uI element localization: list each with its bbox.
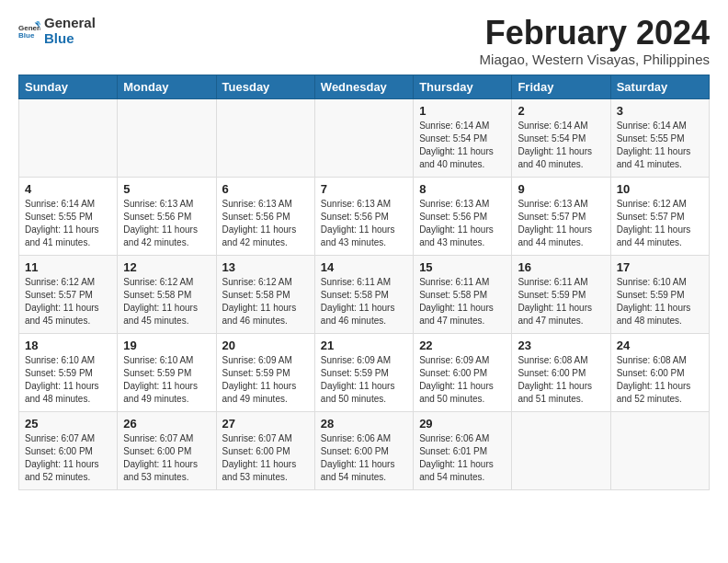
calendar-cell: 27Sunrise: 6:07 AM Sunset: 6:00 PM Dayli… <box>216 411 314 489</box>
calendar-cell: 22Sunrise: 6:09 AM Sunset: 6:00 PM Dayli… <box>414 333 512 411</box>
day-info: Sunrise: 6:08 AM Sunset: 6:00 PM Dayligh… <box>617 354 703 406</box>
location-subtitle: Miagao, Western Visayas, Philippines <box>480 52 710 67</box>
day-number: 3 <box>617 104 703 118</box>
header-thursday: Thursday <box>414 75 512 98</box>
day-info: Sunrise: 6:14 AM Sunset: 5:54 PM Dayligh… <box>419 120 506 171</box>
calendar-cell: 26Sunrise: 6:07 AM Sunset: 6:00 PM Dayli… <box>118 411 216 489</box>
day-info: Sunrise: 6:13 AM Sunset: 5:56 PM Dayligh… <box>123 198 210 249</box>
calendar-cell: 28Sunrise: 6:06 AM Sunset: 6:00 PM Dayli… <box>314 411 413 489</box>
day-number: 26 <box>123 417 210 431</box>
day-info: Sunrise: 6:11 AM Sunset: 5:59 PM Dayligh… <box>518 276 604 327</box>
day-number: 1 <box>419 104 506 118</box>
logo-icon: General Blue <box>18 21 40 40</box>
day-info: Sunrise: 6:09 AM Sunset: 5:59 PM Dayligh… <box>222 354 309 406</box>
calendar-cell: 16Sunrise: 6:11 AM Sunset: 5:59 PM Dayli… <box>512 255 610 333</box>
calendar-header: SundayMondayTuesdayWednesdayThursdayFrid… <box>19 75 710 98</box>
calendar-cell: 4Sunrise: 6:14 AM Sunset: 5:55 PM Daylig… <box>19 177 118 255</box>
day-info: Sunrise: 6:12 AM Sunset: 5:58 PM Dayligh… <box>123 276 210 327</box>
day-number: 5 <box>123 182 210 196</box>
calendar-table: SundayMondayTuesdayWednesdayThursdayFrid… <box>18 75 710 490</box>
calendar-cell: 20Sunrise: 6:09 AM Sunset: 5:59 PM Dayli… <box>216 333 314 411</box>
calendar-cell: 12Sunrise: 6:12 AM Sunset: 5:58 PM Dayli… <box>118 255 216 333</box>
header-wednesday: Wednesday <box>314 75 413 98</box>
day-info: Sunrise: 6:10 AM Sunset: 5:59 PM Dayligh… <box>617 276 703 327</box>
calendar-cell <box>610 411 709 489</box>
calendar-week-2: 4Sunrise: 6:14 AM Sunset: 5:55 PM Daylig… <box>19 177 710 255</box>
day-number: 11 <box>25 260 111 274</box>
day-number: 21 <box>321 339 407 352</box>
day-number: 8 <box>419 182 506 196</box>
day-number: 29 <box>419 417 506 431</box>
calendar-week-4: 18Sunrise: 6:10 AM Sunset: 5:59 PM Dayli… <box>19 333 710 411</box>
day-info: Sunrise: 6:09 AM Sunset: 5:59 PM Dayligh… <box>321 354 407 406</box>
day-number: 14 <box>321 260 407 274</box>
day-info: Sunrise: 6:06 AM Sunset: 6:00 PM Dayligh… <box>321 432 407 484</box>
calendar-cell: 21Sunrise: 6:09 AM Sunset: 5:59 PM Dayli… <box>314 333 413 411</box>
day-info: Sunrise: 6:11 AM Sunset: 5:58 PM Dayligh… <box>321 276 407 327</box>
day-number: 12 <box>123 260 210 274</box>
header-tuesday: Tuesday <box>216 75 314 98</box>
calendar-week-1: 1Sunrise: 6:14 AM Sunset: 5:54 PM Daylig… <box>19 98 710 177</box>
day-info: Sunrise: 6:07 AM Sunset: 6:00 PM Dayligh… <box>123 432 210 484</box>
day-number: 20 <box>222 339 309 352</box>
day-info: Sunrise: 6:13 AM Sunset: 5:56 PM Dayligh… <box>321 198 407 249</box>
calendar-cell: 17Sunrise: 6:10 AM Sunset: 5:59 PM Dayli… <box>610 255 709 333</box>
header-sunday: Sunday <box>19 75 118 98</box>
title-block: February 2024 Miagao, Western Visayas, P… <box>480 15 710 67</box>
day-number: 2 <box>518 104 604 118</box>
day-info: Sunrise: 6:13 AM Sunset: 5:57 PM Dayligh… <box>518 198 604 249</box>
calendar-cell: 23Sunrise: 6:08 AM Sunset: 6:00 PM Dayli… <box>512 333 610 411</box>
day-number: 16 <box>518 260 604 274</box>
day-info: Sunrise: 6:07 AM Sunset: 6:00 PM Dayligh… <box>222 432 309 484</box>
day-number: 7 <box>321 182 407 196</box>
day-info: Sunrise: 6:12 AM Sunset: 5:58 PM Dayligh… <box>222 276 309 327</box>
day-number: 22 <box>419 339 506 352</box>
header-saturday: Saturday <box>610 75 709 98</box>
calendar-cell: 11Sunrise: 6:12 AM Sunset: 5:57 PM Dayli… <box>19 255 118 333</box>
calendar-week-5: 25Sunrise: 6:07 AM Sunset: 6:00 PM Dayli… <box>19 411 710 489</box>
day-number: 28 <box>321 417 407 431</box>
calendar-cell: 14Sunrise: 6:11 AM Sunset: 5:58 PM Dayli… <box>314 255 413 333</box>
logo-line1: General <box>44 15 96 30</box>
svg-text:Blue: Blue <box>18 32 35 40</box>
calendar-cell: 1Sunrise: 6:14 AM Sunset: 5:54 PM Daylig… <box>414 98 512 177</box>
day-info: Sunrise: 6:12 AM Sunset: 5:57 PM Dayligh… <box>617 198 703 249</box>
day-info: Sunrise: 6:14 AM Sunset: 5:55 PM Dayligh… <box>25 198 111 249</box>
calendar-cell: 6Sunrise: 6:13 AM Sunset: 5:56 PM Daylig… <box>216 177 314 255</box>
calendar-cell: 5Sunrise: 6:13 AM Sunset: 5:56 PM Daylig… <box>118 177 216 255</box>
day-info: Sunrise: 6:13 AM Sunset: 5:56 PM Dayligh… <box>222 198 309 249</box>
day-number: 27 <box>222 417 309 431</box>
calendar-week-3: 11Sunrise: 6:12 AM Sunset: 5:57 PM Dayli… <box>19 255 710 333</box>
calendar-cell: 10Sunrise: 6:12 AM Sunset: 5:57 PM Dayli… <box>610 177 709 255</box>
day-info: Sunrise: 6:14 AM Sunset: 5:55 PM Dayligh… <box>617 120 703 171</box>
day-number: 17 <box>617 260 703 274</box>
calendar-cell <box>118 98 216 177</box>
day-info: Sunrise: 6:11 AM Sunset: 5:58 PM Dayligh… <box>419 276 506 327</box>
month-title: February 2024 <box>480 15 710 52</box>
calendar-cell: 8Sunrise: 6:13 AM Sunset: 5:56 PM Daylig… <box>414 177 512 255</box>
day-info: Sunrise: 6:13 AM Sunset: 5:56 PM Dayligh… <box>419 198 506 249</box>
day-number: 18 <box>25 339 111 352</box>
day-number: 15 <box>419 260 506 274</box>
day-number: 10 <box>617 182 703 196</box>
calendar-cell <box>19 98 118 177</box>
calendar-cell: 7Sunrise: 6:13 AM Sunset: 5:56 PM Daylig… <box>314 177 413 255</box>
calendar-cell: 18Sunrise: 6:10 AM Sunset: 5:59 PM Dayli… <box>19 333 118 411</box>
calendar-cell <box>512 411 610 489</box>
day-number: 25 <box>25 417 111 431</box>
header-friday: Friday <box>512 75 610 98</box>
calendar-cell: 9Sunrise: 6:13 AM Sunset: 5:57 PM Daylig… <box>512 177 610 255</box>
day-info: Sunrise: 6:12 AM Sunset: 5:57 PM Dayligh… <box>25 276 111 327</box>
day-number: 24 <box>617 339 703 352</box>
day-info: Sunrise: 6:09 AM Sunset: 6:00 PM Dayligh… <box>419 354 506 406</box>
header-monday: Monday <box>118 75 216 98</box>
calendar-cell: 15Sunrise: 6:11 AM Sunset: 5:58 PM Dayli… <box>414 255 512 333</box>
day-info: Sunrise: 6:07 AM Sunset: 6:00 PM Dayligh… <box>25 432 111 484</box>
day-info: Sunrise: 6:14 AM Sunset: 5:54 PM Dayligh… <box>518 120 604 171</box>
day-number: 6 <box>222 182 309 196</box>
day-info: Sunrise: 6:10 AM Sunset: 5:59 PM Dayligh… <box>123 354 210 406</box>
day-number: 19 <box>123 339 210 352</box>
day-info: Sunrise: 6:08 AM Sunset: 6:00 PM Dayligh… <box>518 354 604 406</box>
logo: General Blue General Blue <box>18 15 96 47</box>
calendar-cell: 24Sunrise: 6:08 AM Sunset: 6:00 PM Dayli… <box>610 333 709 411</box>
